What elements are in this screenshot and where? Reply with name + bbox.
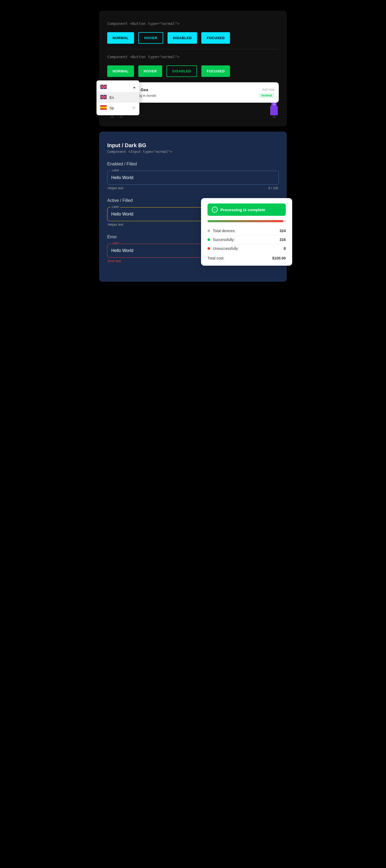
total-cost-label: Total cost: [207,256,272,260]
dot-green [207,238,210,241]
lang-item-en[interactable]: En [96,92,139,103]
stat-value-total: 324 [280,229,286,233]
lang-header[interactable] [96,83,139,92]
total-cost-row: Total cost: $100.00 [207,253,286,260]
subsection-label-0: Enabled / Filled [107,162,279,166]
stat-successfully: Successfully: 316 [207,235,286,244]
btn-focused-cyan[interactable]: FOCUSED [201,32,230,44]
language-dropdown[interactable]: En Sp ☞ [96,81,139,115]
cal-date-3: 16 [272,115,275,118]
current-flag-uk [100,85,107,90]
lang-item-es[interactable]: Sp ☞ [96,103,139,113]
btn-hover-cyan[interactable]: HOVER [138,32,163,44]
lang-es-label: Sp [109,106,114,110]
cal-date-2: 12 [120,115,123,118]
stat-label-success: Successfully: [213,238,277,242]
notif-time: Just now [262,88,275,91]
cal-col-3: 16 16 [270,102,278,118]
input-field-0[interactable] [107,171,279,184]
input-wrapper-0: Label [107,171,279,185]
section2-sub-title: Component <Input type="normal"> [107,150,279,154]
stat-label-total: Total devices: [213,229,277,233]
stat-unsuccessfully: Unsuccessfully: 8 [207,244,286,253]
progress-bar [207,220,286,222]
section1-subtitle2: Component <Button type="normal"> [107,55,279,59]
total-cost-value: $100.00 [272,256,286,260]
processing-header: ✓ Processing is complete [207,204,286,216]
btn-normal-cyan[interactable]: NORMAL [107,32,134,44]
helper-text-0: Helper text [108,186,123,190]
section-buttons: Component <Button type="normal"> NORMAL … [99,11,287,126]
verified-badge: Verified [258,93,275,98]
input-float-label-1: Label [111,205,120,208]
cal-date-1: 16 [110,115,114,118]
input-float-label-2: Label [111,242,120,245]
input-float-label-0: Label [111,168,120,172]
btn-disabled-green[interactable]: DISABLED [166,65,197,77]
svg-rect-6 [100,106,107,108]
cursor-icon: ☞ [132,105,136,111]
notification-content: ↑ Lu Gea Just now Investing in bonds Ver… [128,87,275,98]
stat-label-fail: Unsuccessfully: [213,246,281,251]
stat-value-fail: 8 [284,246,286,251]
chevron-up-icon [133,87,136,88]
section-inputs: Input / Dark BG Component <Input type="n… [99,132,287,282]
btn-disabled-cyan[interactable]: DISABLED [167,32,197,44]
dot-gray [207,229,210,232]
btn-focused-green[interactable]: FOCUSED [201,65,230,77]
stat-total-devices: Total devices: 324 [207,226,286,235]
flag-es-small [100,105,107,111]
notif-msg: Investing in bonds Verified [128,93,275,98]
processing-title: Processing is complete [220,208,265,212]
processing-card: ✓ Processing is complete Total devices: … [201,198,292,266]
button-row-2: NORMAL HOVER DISABLED FOCUSED [107,65,279,77]
btn-hover-green[interactable]: HOVER [138,65,162,77]
lang-en-label: En [109,95,114,100]
svg-rect-7 [100,108,107,110]
input-helper-row-0: Helper text 0 / 100 [107,185,279,190]
input-group-0: Label Helper text 0 / 100 [107,171,279,190]
btn-normal-green[interactable]: NORMAL [107,65,134,77]
helper-text-1: Helper text [108,223,123,226]
cal-label-3: 16 [271,102,277,106]
stats-list: Total devices: 324 Successfully: 316 Uns… [207,226,286,253]
flag-uk-small [100,95,107,100]
char-count-0: 0 / 100 [268,186,278,190]
section1-title: Component <Button type="normal"> [107,22,279,26]
section2-main-title: Input / Dark BG [107,142,279,149]
dot-red [207,247,210,250]
svg-rect-5 [100,105,107,106]
helper-text-error: Error text [108,259,121,263]
stat-value-success: 316 [280,238,286,242]
progress-bar-fill [207,220,283,222]
notif-name-row: ↑ Lu Gea Just now [128,87,275,92]
check-circle-icon: ✓ [212,207,218,213]
cal-bar-3 [270,106,278,115]
button-row-1: NORMAL HOVER DISABLED FOCUSED [107,32,279,44]
